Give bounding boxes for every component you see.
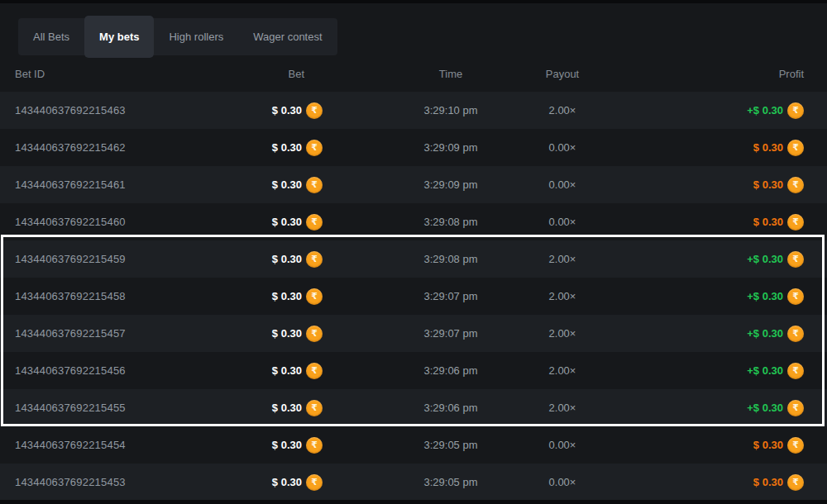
coin-icon: ₹ bbox=[306, 177, 323, 193]
bet-amount: $ 0.30 bbox=[272, 402, 302, 414]
bet-amount: $ 0.30 bbox=[272, 216, 302, 228]
tab-my-bets[interactable]: My bets bbox=[84, 16, 154, 58]
tab-wager-contest[interactable]: Wager contest bbox=[238, 18, 337, 55]
bet-payout: 0.00× bbox=[549, 141, 576, 154]
table-header-row: Bet ID Bet Time Payout Profit bbox=[0, 55, 827, 92]
bet-amount: $ 0.30 bbox=[272, 327, 302, 340]
coin-icon: ₹ bbox=[787, 177, 804, 193]
bet-time: 3:29:05 pm bbox=[423, 476, 477, 488]
bet-payout: 0.00× bbox=[549, 439, 576, 451]
bet-id-value: 143440637692215463 bbox=[0, 104, 248, 116]
bet-id-value: 143440637692215455 bbox=[0, 402, 248, 414]
bet-time: 3:29:10 pm bbox=[423, 104, 477, 116]
bet-payout: 2.00× bbox=[549, 327, 576, 340]
table-row[interactable]: 143440637692215459 $ 0.30₹ 3:29:08 pm 2.… bbox=[0, 240, 827, 278]
profit-amount: $ 0.30 bbox=[753, 178, 783, 191]
profit-amount: +$ 0.30 bbox=[747, 253, 783, 265]
coin-icon: ₹ bbox=[306, 288, 323, 305]
table-row[interactable]: 143440637692215453 $ 0.30₹ 3:29:05 pm 0.… bbox=[0, 464, 827, 501]
bet-id-value: 143440637692215460 bbox=[0, 216, 248, 228]
table-body: 143440637692215463 $ 0.30₹ 3:29:10 pm 2.… bbox=[0, 92, 827, 501]
profit-amount: +$ 0.30 bbox=[747, 327, 783, 340]
bet-time: 3:29:08 pm bbox=[423, 253, 477, 265]
bet-payout: 2.00× bbox=[549, 253, 576, 265]
table-row[interactable]: 143440637692215461 $ 0.30₹ 3:29:09 pm 0.… bbox=[0, 166, 827, 203]
tab-high-rollers[interactable]: High rollers bbox=[154, 18, 238, 55]
coin-icon: ₹ bbox=[306, 214, 323, 231]
coin-icon: ₹ bbox=[787, 214, 804, 231]
bet-id-value: 143440637692215459 bbox=[0, 253, 248, 265]
bet-payout: 2.00× bbox=[549, 364, 576, 377]
table-row[interactable]: 143440637692215462 $ 0.30₹ 3:29:09 pm 0.… bbox=[0, 129, 827, 166]
bet-amount: $ 0.30 bbox=[272, 104, 302, 116]
tab-all-bets[interactable]: All Bets bbox=[18, 18, 84, 55]
top-edge-strip bbox=[0, 0, 827, 3]
bet-amount: $ 0.30 bbox=[272, 439, 302, 451]
profit-amount: +$ 0.30 bbox=[747, 402, 783, 414]
bet-payout: 2.00× bbox=[549, 290, 576, 302]
bet-time: 3:29:08 pm bbox=[423, 216, 477, 228]
coin-icon: ₹ bbox=[306, 326, 323, 342]
coin-icon: ₹ bbox=[306, 437, 323, 454]
bet-time: 3:29:06 pm bbox=[423, 364, 477, 377]
bet-amount: $ 0.30 bbox=[272, 141, 302, 154]
table-row[interactable]: 143440637692215454 $ 0.30₹ 3:29:05 pm 0.… bbox=[0, 426, 827, 464]
bet-payout: 0.00× bbox=[549, 476, 576, 488]
bet-id-value: 143440637692215457 bbox=[0, 327, 248, 340]
coin-icon: ₹ bbox=[306, 400, 323, 416]
table-row[interactable]: 143440637692215460 $ 0.30₹ 3:29:08 pm 0.… bbox=[0, 203, 827, 240]
bet-time: 3:29:07 pm bbox=[423, 327, 477, 340]
header-payout: Payout bbox=[546, 68, 579, 80]
table-row[interactable]: 143440637692215455 $ 0.30₹ 3:29:06 pm 2.… bbox=[0, 389, 827, 426]
bet-id-value: 143440637692215461 bbox=[0, 178, 248, 191]
bet-id-value: 143440637692215458 bbox=[0, 290, 248, 302]
coin-icon: ₹ bbox=[787, 326, 804, 342]
coin-icon: ₹ bbox=[306, 102, 323, 119]
bet-id-value: 143440637692215454 bbox=[0, 439, 248, 451]
bet-id-value: 143440637692215456 bbox=[0, 364, 248, 377]
bet-time: 3:29:09 pm bbox=[423, 178, 477, 191]
bet-amount: $ 0.30 bbox=[272, 290, 302, 302]
coin-icon: ₹ bbox=[306, 474, 323, 491]
bet-id-value: 143440637692215462 bbox=[0, 141, 248, 154]
profit-amount: +$ 0.30 bbox=[747, 290, 783, 302]
coin-icon: ₹ bbox=[306, 251, 323, 268]
bet-amount: $ 0.30 bbox=[272, 476, 302, 488]
bet-amount: $ 0.30 bbox=[272, 178, 302, 191]
bet-payout: 2.00× bbox=[549, 402, 576, 414]
bet-time: 3:29:05 pm bbox=[423, 439, 477, 451]
bets-table: Bet ID Bet Time Payout Profit 1434406376… bbox=[0, 55, 827, 501]
profit-amount: $ 0.30 bbox=[753, 141, 783, 154]
header-profit: Profit bbox=[779, 68, 827, 80]
coin-icon: ₹ bbox=[787, 251, 804, 268]
bet-payout: 0.00× bbox=[549, 216, 576, 228]
coin-icon: ₹ bbox=[306, 363, 323, 379]
bet-time: 3:29:09 pm bbox=[423, 141, 477, 154]
bet-time: 3:29:06 pm bbox=[423, 402, 477, 414]
coin-icon: ₹ bbox=[306, 140, 323, 156]
bet-payout: 2.00× bbox=[549, 104, 576, 116]
profit-amount: +$ 0.30 bbox=[747, 104, 783, 116]
header-bet: Bet bbox=[288, 68, 323, 80]
table-row[interactable]: 143440637692215457 $ 0.30₹ 3:29:07 pm 2.… bbox=[0, 315, 827, 352]
coin-icon: ₹ bbox=[787, 140, 804, 156]
header-bet-id: Bet ID bbox=[0, 68, 248, 80]
coin-icon: ₹ bbox=[787, 363, 804, 379]
coin-icon: ₹ bbox=[787, 474, 804, 491]
profit-amount: $ 0.30 bbox=[753, 476, 783, 488]
coin-icon: ₹ bbox=[787, 102, 804, 119]
bet-id-value: 143440637692215453 bbox=[0, 476, 248, 488]
bet-amount: $ 0.30 bbox=[272, 364, 302, 377]
coin-icon: ₹ bbox=[787, 437, 804, 454]
table-row[interactable]: 143440637692215463 $ 0.30₹ 3:29:10 pm 2.… bbox=[0, 92, 827, 129]
profit-amount: $ 0.30 bbox=[753, 216, 783, 228]
table-row[interactable]: 143440637692215458 $ 0.30₹ 3:29:07 pm 2.… bbox=[0, 278, 827, 315]
profit-amount: $ 0.30 bbox=[753, 439, 783, 451]
header-time: Time bbox=[439, 68, 462, 80]
bet-amount: $ 0.30 bbox=[272, 253, 302, 265]
bottom-edge-strip bbox=[0, 500, 827, 504]
bet-payout: 0.00× bbox=[549, 178, 576, 191]
table-row[interactable]: 143440637692215456 $ 0.30₹ 3:29:06 pm 2.… bbox=[0, 352, 827, 389]
profit-amount: +$ 0.30 bbox=[747, 364, 783, 377]
bet-time: 3:29:07 pm bbox=[423, 290, 477, 302]
